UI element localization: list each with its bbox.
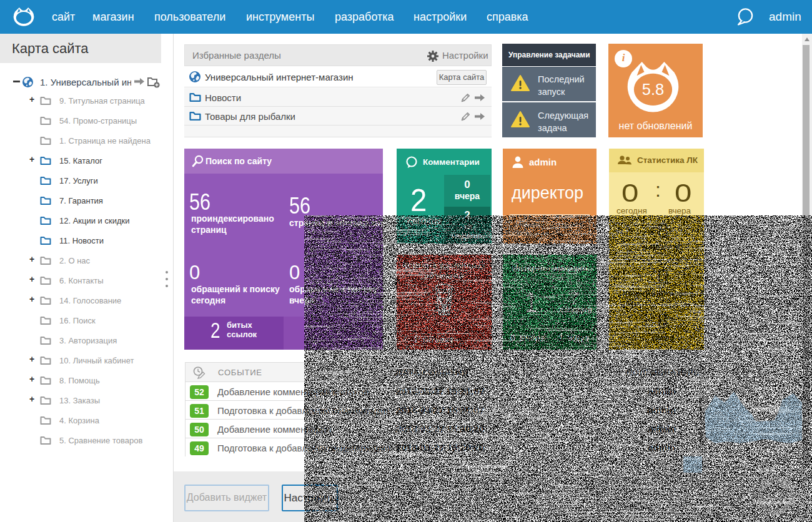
svg-text:5.8: 5.8 xyxy=(642,81,664,98)
